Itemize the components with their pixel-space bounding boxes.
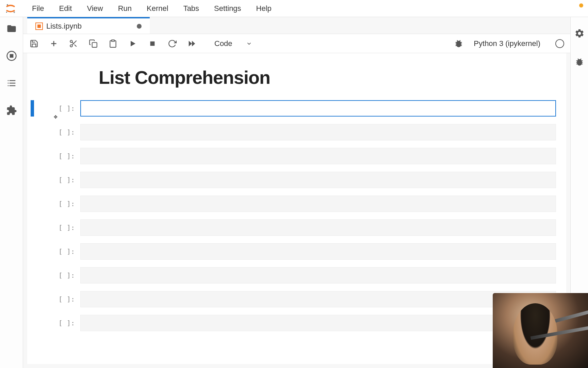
svg-rect-13 xyxy=(112,40,115,41)
menu-view[interactable]: View xyxy=(79,3,110,14)
svg-marker-14 xyxy=(131,41,135,46)
cell-editor[interactable] xyxy=(80,100,556,117)
code-cell[interactable]: [ ]: xyxy=(31,243,556,260)
cell-prompt: [ ]: xyxy=(36,315,80,331)
cell-prompt: [ ]: xyxy=(36,124,80,140)
menu-kernel[interactable]: Kernel xyxy=(139,3,176,14)
code-cell[interactable]: [ ]: xyxy=(31,124,556,140)
cell-editor[interactable] xyxy=(80,267,556,283)
cell-selection-marker xyxy=(31,291,34,307)
chevron-down-icon xyxy=(246,41,252,47)
cell-prompt: [ ]: xyxy=(36,243,80,260)
debug-icon[interactable] xyxy=(454,39,463,48)
running-terminals-icon[interactable] xyxy=(5,50,18,62)
paste-icon[interactable] xyxy=(108,39,118,48)
run-icon[interactable] xyxy=(128,39,137,48)
cell-prompt: [ ]: xyxy=(36,148,80,164)
file-browser-icon[interactable] xyxy=(5,22,18,35)
toc-icon[interactable] xyxy=(5,77,18,89)
move-cursor-icon: ✥ xyxy=(54,113,58,120)
svg-rect-12 xyxy=(92,42,97,47)
code-cell[interactable]: [ ]: xyxy=(31,148,556,164)
svg-point-2 xyxy=(6,12,7,13)
left-activity-bar xyxy=(0,17,23,368)
window-minimize-dot[interactable] xyxy=(579,3,583,7)
svg-line-10 xyxy=(75,44,77,46)
unsaved-dot-icon xyxy=(137,24,142,29)
code-cell[interactable]: [ ]: ✥ xyxy=(31,100,556,117)
code-cell[interactable]: [ ]: xyxy=(31,172,556,188)
cell-selection-marker xyxy=(31,219,34,236)
cell-type-select[interactable]: Code xyxy=(210,39,256,48)
cell-selection-marker xyxy=(31,315,34,331)
svg-point-8 xyxy=(70,45,72,47)
notebook-toolbar: Code Python 3 (ipykernel) xyxy=(23,34,570,53)
cell-editor[interactable] xyxy=(80,219,556,236)
menu-edit[interactable]: Edit xyxy=(51,3,79,14)
cell-prompt: [ ]: xyxy=(36,172,80,188)
cut-icon[interactable] xyxy=(69,39,78,48)
menu-file[interactable]: File xyxy=(24,3,51,14)
restart-run-all-icon[interactable] xyxy=(187,39,197,48)
code-cell[interactable]: [ ]: xyxy=(31,291,556,307)
cell-type-label: Code xyxy=(214,39,232,48)
cell-editor[interactable] xyxy=(80,196,556,212)
extensions-icon[interactable] xyxy=(5,104,18,117)
notebook-icon xyxy=(35,22,43,30)
menu-help[interactable]: Help xyxy=(249,3,279,14)
kernel-idle-icon[interactable] xyxy=(555,39,564,48)
cell-editor[interactable] xyxy=(80,148,556,164)
markdown-heading: List Comprehension xyxy=(99,67,556,88)
menu-tabs[interactable]: Tabs xyxy=(176,3,207,14)
svg-point-0 xyxy=(7,4,8,5)
cell-editor[interactable] xyxy=(80,124,556,140)
code-cell[interactable]: [ ]: xyxy=(31,267,556,283)
code-cell[interactable]: [ ]: xyxy=(31,315,556,331)
webcam-overlay xyxy=(493,293,588,368)
svg-point-7 xyxy=(70,40,72,43)
notebook-body[interactable]: List Comprehension [ ]: ✥ [ ]: [ ]: xyxy=(27,53,566,364)
cell-selection-marker xyxy=(31,124,34,140)
cell-editor[interactable] xyxy=(80,243,556,260)
menu-settings[interactable]: Settings xyxy=(207,3,249,14)
svg-rect-4 xyxy=(10,55,13,57)
svg-marker-17 xyxy=(192,41,195,46)
svg-rect-15 xyxy=(150,41,155,46)
tab-lists-ipynb[interactable]: Lists.ipynb xyxy=(27,17,150,34)
cell-selection-marker xyxy=(31,267,34,283)
restart-icon[interactable] xyxy=(167,39,177,48)
tab-title: Lists.ipynb xyxy=(46,22,133,31)
copy-icon[interactable] xyxy=(88,39,98,48)
property-inspector-icon[interactable] xyxy=(573,27,586,40)
add-cell-icon[interactable] xyxy=(49,39,59,48)
cell-prompt: [ ]: xyxy=(36,267,80,283)
jupyter-logo xyxy=(5,3,16,14)
debugger-sidebar-icon[interactable] xyxy=(573,56,586,68)
cell-editor[interactable] xyxy=(80,315,556,331)
svg-line-11 xyxy=(72,42,74,43)
cell-selection-marker xyxy=(31,196,34,212)
cell-prompt: [ ]: xyxy=(36,219,80,236)
tab-bar: Lists.ipynb xyxy=(23,17,570,34)
menubar: File Edit View Run Kernel Tabs Settings … xyxy=(0,0,588,17)
code-cell[interactable]: [ ]: xyxy=(31,219,556,236)
cell-editor[interactable] xyxy=(80,291,556,307)
cell-editor[interactable] xyxy=(80,172,556,188)
code-cell[interactable]: [ ]: xyxy=(31,196,556,212)
svg-point-1 xyxy=(14,11,15,13)
cell-selection-marker xyxy=(31,243,34,260)
cell-selection-marker xyxy=(31,172,34,188)
svg-marker-16 xyxy=(189,41,192,46)
stop-icon[interactable] xyxy=(148,39,157,48)
cell-prompt: [ ]: ✥ xyxy=(36,100,80,117)
cell-selection-marker xyxy=(31,148,34,164)
cell-prompt: [ ]: xyxy=(36,196,80,212)
kernel-name[interactable]: Python 3 (ipykernel) xyxy=(474,39,540,48)
cell-selection-marker xyxy=(31,100,34,117)
save-icon[interactable] xyxy=(29,39,39,48)
menu-run[interactable]: Run xyxy=(111,3,139,14)
cell-prompt: [ ]: xyxy=(36,291,80,307)
